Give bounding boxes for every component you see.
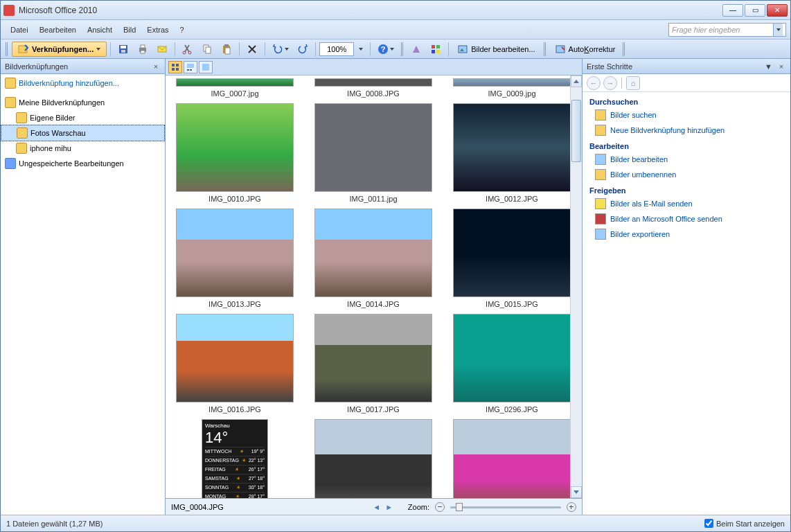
thumbnail-image[interactable]	[176, 103, 294, 192]
task-link[interactable]: Bilder als E-Mail senden	[587, 196, 786, 211]
thumbnails-area[interactable]: IMG_0007.jpgIMG_0008.JPGIMG_0009.jpgIMG_…	[166, 76, 582, 498]
cut-button[interactable]	[179, 42, 197, 57]
help-button[interactable]: ?	[374, 42, 398, 57]
task-home-button[interactable]: ⌂	[626, 76, 640, 90]
toolbar-grip-2[interactable]	[401, 42, 404, 56]
thumbnail-image[interactable]	[314, 419, 432, 498]
thumbnail-image[interactable]	[453, 103, 571, 192]
task-pane-close[interactable]: ×	[776, 62, 786, 71]
redo-button[interactable]	[294, 42, 312, 57]
zoom-dropdown[interactable]	[355, 42, 366, 57]
mail-button[interactable]	[153, 42, 171, 57]
thumbnail-image[interactable]	[314, 314, 432, 402]
thumbnail-item[interactable]: IMG_0016.JPG	[172, 314, 297, 414]
scrollbar-thumb[interactable]	[571, 100, 581, 162]
thumbnail-item[interactable]: IMG_0296.JPG	[450, 314, 574, 414]
maximize-button[interactable]: ▭	[745, 4, 765, 17]
paste-button[interactable]	[217, 42, 235, 57]
thumbnail-item[interactable]: IMG_0010.JPG	[172, 103, 297, 203]
thumbnail-item[interactable]: IMG_0013.JPG	[172, 209, 297, 308]
mail-icon	[157, 44, 168, 55]
task-link[interactable]: Neue Bildverknüpfung hinzufügen	[587, 123, 786, 138]
thumbnail-image[interactable]	[314, 78, 432, 87]
menu-help[interactable]: ?	[175, 23, 190, 37]
zoom-slider[interactable]	[450, 502, 561, 512]
toolbar-grip-3[interactable]	[544, 42, 546, 56]
tree-item-fotos-warschau[interactable]: Fotos Warschau	[1, 125, 165, 141]
tree-item-eigene-bilder[interactable]: Eigene Bilder	[1, 110, 165, 125]
thumbnail-item[interactable]	[311, 419, 436, 498]
task-link[interactable]: Bilder exportieren	[587, 227, 786, 242]
thumbnail-item[interactable]: IMG_0012.JPG	[450, 103, 574, 203]
help-dropdown-icon[interactable]	[773, 24, 783, 36]
view-single-button[interactable]	[199, 61, 213, 73]
task-pane-dropdown[interactable]: ▼	[765, 62, 772, 71]
thumbnail-image[interactable]	[176, 78, 294, 87]
left-pane-close[interactable]: ×	[151, 62, 161, 71]
thumbnail-image[interactable]	[176, 314, 294, 402]
autokorrektur-button[interactable]: AutoKorrektur	[550, 42, 621, 57]
thumbnail-image[interactable]: Warschau14°MITTWOCH☀19° 9°DONNERSTAG☀22°…	[202, 419, 268, 498]
thumbnail-image[interactable]	[453, 209, 571, 297]
menu-ansicht[interactable]: Ansicht	[82, 23, 118, 37]
thumbnail-item[interactable]: IMG_0015.JPG	[450, 209, 574, 308]
task-forward-button[interactable]: →	[603, 76, 617, 90]
thumbnail-image[interactable]	[453, 78, 571, 87]
color-button[interactable]	[427, 42, 445, 57]
thumbnail-image[interactable]	[176, 209, 294, 297]
add-shortcut-link[interactable]: Bildverknüpfung hinzufügen...	[1, 76, 165, 91]
help-search-box[interactable]: Frage hier eingeben	[668, 23, 786, 37]
task-link[interactable]: Bilder suchen	[587, 107, 786, 123]
view-thumbnails-button[interactable]	[168, 61, 182, 73]
close-button[interactable]: ✕	[767, 4, 788, 17]
shortcuts-button[interactable]: Verknüpfungen...	[12, 42, 107, 57]
svg-rect-22	[459, 46, 467, 53]
tree-root-my-shortcuts[interactable]: Meine Bildverknüpfungen	[1, 95, 165, 110]
status-text: 1 Dateien gewählt (1,27 MB)	[6, 520, 103, 528]
print-button[interactable]	[134, 42, 152, 57]
thumbnail-image[interactable]	[314, 209, 432, 297]
task-link[interactable]: Bilder bearbeiten	[587, 152, 786, 167]
task-link[interactable]: Bilder umbenennen	[587, 167, 786, 182]
thumbnail-item[interactable]: IMG_0017.JPG	[311, 314, 436, 414]
save-button[interactable]	[114, 42, 132, 57]
zoom-in-button[interactable]	[567, 502, 576, 512]
toolbar-grip-4[interactable]	[623, 42, 625, 56]
thumbnail-item[interactable]: IMG_0007.jpg	[172, 78, 297, 98]
thumbnail-item[interactable]: Warschau14°MITTWOCH☀19° 9°DONNERSTAG☀22°…	[172, 419, 297, 498]
toolbar-grip[interactable]	[6, 42, 8, 56]
scroll-down-button[interactable]	[571, 486, 582, 498]
thumbnail-image[interactable]	[314, 103, 432, 192]
brightness-button[interactable]	[407, 42, 425, 57]
menu-extras[interactable]: Extras	[141, 23, 174, 37]
menu-bearbeiten[interactable]: Bearbeiten	[34, 23, 82, 37]
scroll-up-button[interactable]	[571, 76, 582, 87]
menu-datei[interactable]: Datei	[5, 23, 34, 37]
prev-image-button[interactable]: ◄	[372, 502, 382, 512]
zoom-input[interactable]	[319, 42, 354, 56]
view-filmstrip-button[interactable]	[184, 61, 197, 73]
tree-item-iphone-mihu[interactable]: iphone mihu	[1, 141, 165, 156]
next-image-button[interactable]: ►	[384, 502, 394, 512]
undo-button[interactable]	[269, 42, 292, 57]
task-back-button[interactable]: ←	[587, 76, 601, 90]
delete-button[interactable]	[243, 42, 261, 57]
zoom-out-button[interactable]	[435, 502, 445, 512]
thumbnail-item[interactable]: IMG_0011.jpg	[311, 103, 436, 203]
thumbnail-item[interactable]: IMG_0008.JPG	[311, 78, 436, 98]
thumbnail-image[interactable]	[453, 314, 571, 402]
menu-bild[interactable]: Bild	[118, 23, 141, 37]
thumbnail-image[interactable]	[453, 419, 571, 498]
edit-images-button[interactable]: Bilder bearbeiten...	[452, 42, 540, 57]
thumbnail-item[interactable]: IMG_0009.jpg	[450, 78, 574, 98]
show-on-start-checkbox[interactable]: Beim Start anzeigen	[704, 519, 785, 528]
scrollbar-vertical[interactable]	[570, 76, 582, 498]
rename-icon	[595, 169, 606, 180]
task-link[interactable]: Bilder an Microsoft Office senden	[587, 211, 786, 227]
minimize-button[interactable]: —	[722, 4, 743, 17]
tree-item-unsaved[interactable]: Ungespeicherte Bearbeitungen	[1, 156, 165, 171]
show-on-start-input[interactable]	[704, 519, 713, 528]
thumbnail-item[interactable]	[450, 419, 574, 498]
thumbnail-item[interactable]: IMG_0014.JPG	[311, 209, 436, 308]
copy-button[interactable]	[198, 42, 216, 57]
